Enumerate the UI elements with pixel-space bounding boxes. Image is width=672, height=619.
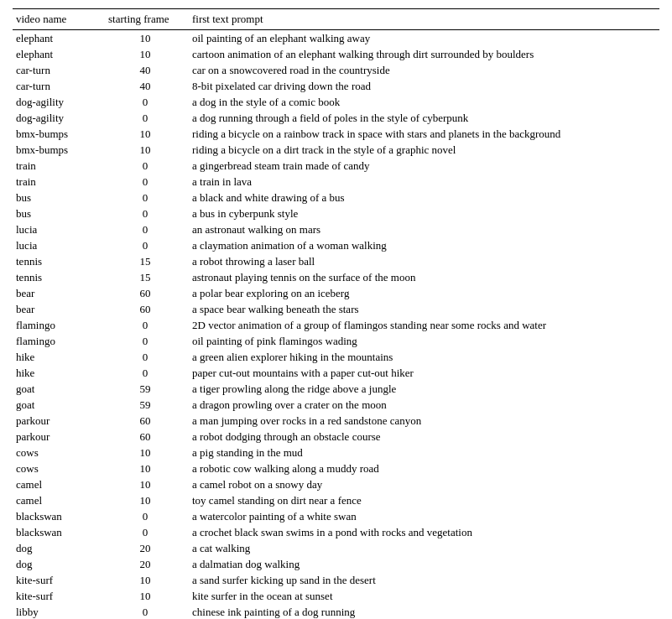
cell-video-name: parkour (13, 429, 105, 445)
table-row: parkour60a man jumping over rocks in a r… (13, 413, 659, 429)
cell-video-name: bmx-bumps (13, 126, 105, 142)
cell-prompt: a claymation animation of a woman walkin… (189, 237, 659, 253)
cell-video-name: cows (13, 445, 105, 460)
cell-video-name: hike (13, 349, 105, 365)
table-row: car-turn40car on a snowcovered road in t… (13, 62, 659, 78)
cell-starting-frame: 0 (105, 205, 189, 221)
cell-prompt: chinese ink painting of a dog running (189, 604, 659, 619)
cell-video-name: lucia (13, 237, 105, 253)
cell-prompt: riding a bicycle on a rainbow track in s… (189, 126, 659, 142)
cell-video-name: bus (13, 205, 105, 221)
cell-prompt: a robot throwing a laser ball (189, 253, 659, 269)
cell-prompt: a space bear walking beneath the stars (189, 301, 659, 317)
cell-prompt: a dragon prowling over a crater on the m… (189, 397, 659, 413)
table-row: lucia0a claymation animation of a woman … (13, 237, 659, 253)
cell-starting-frame: 10 (105, 142, 189, 158)
cell-prompt: car on a snowcovered road in the country… (189, 62, 659, 78)
cell-starting-frame: 10 (105, 126, 189, 142)
table-row: train0a train in lava (13, 174, 659, 190)
cell-video-name: dog-agility (13, 94, 105, 110)
cell-starting-frame: 0 (105, 524, 189, 540)
cell-prompt: paper cut-out mountains with a paper cut… (189, 365, 659, 381)
table-row: camel10toy camel standing on dirt near a… (13, 492, 659, 508)
cell-starting-frame: 60 (105, 285, 189, 301)
cell-prompt: astronaut playing tennis on the surface … (189, 269, 659, 285)
cell-starting-frame: 60 (105, 413, 189, 429)
table-row: kite-surf10a sand surfer kicking up sand… (13, 572, 659, 588)
cell-starting-frame: 15 (105, 253, 189, 269)
cell-video-name: elephant (13, 30, 105, 47)
cell-starting-frame: 10 (105, 46, 189, 62)
cell-prompt: 2D vector animation of a group of flamin… (189, 317, 659, 333)
cell-prompt: 8-bit pixelated car driving down the roa… (189, 78, 659, 94)
cell-prompt: oil painting of pink flamingos wading (189, 333, 659, 349)
cell-video-name: kite-surf (13, 572, 105, 588)
table-row: camel10a camel robot on a snowy day (13, 476, 659, 492)
table-row: blackswan0a watercolor painting of a whi… (13, 508, 659, 524)
cell-prompt: a gingerbread steam train made of candy (189, 158, 659, 174)
table-row: bmx-bumps10riding a bicycle on a dirt tr… (13, 142, 659, 158)
table-row: bear60a polar bear exploring on an icebe… (13, 285, 659, 301)
table-row: dog20a dalmatian dog walking (13, 556, 659, 572)
data-table: video name starting frame first text pro… (13, 8, 659, 619)
cell-video-name: car-turn (13, 78, 105, 94)
header-starting-frame: starting frame (105, 9, 189, 30)
cell-prompt: a black and white drawing of a bus (189, 190, 659, 205)
table-header-row: video name starting frame first text pro… (13, 9, 659, 30)
cell-video-name: dog (13, 556, 105, 572)
cell-prompt: a dog in the style of a comic book (189, 94, 659, 110)
cell-video-name: bear (13, 301, 105, 317)
table-row: flamingo0oil painting of pink flamingos … (13, 333, 659, 349)
cell-starting-frame: 10 (105, 492, 189, 508)
cell-prompt: toy camel standing on dirt near a fence (189, 492, 659, 508)
cell-video-name: car-turn (13, 62, 105, 78)
cell-video-name: bmx-bumps (13, 142, 105, 158)
cell-prompt: a sand surfer kicking up sand in the des… (189, 572, 659, 588)
cell-starting-frame: 0 (105, 174, 189, 190)
cell-prompt: a robot dodging through an obstacle cour… (189, 429, 659, 445)
cell-starting-frame: 0 (105, 110, 189, 126)
cell-starting-frame: 0 (105, 94, 189, 110)
cell-starting-frame: 10 (105, 572, 189, 588)
cell-video-name: dog (13, 540, 105, 556)
cell-prompt: a watercolor painting of a white swan (189, 508, 659, 524)
table-row: bus0a black and white drawing of a bus (13, 190, 659, 205)
cell-video-name: lucia (13, 221, 105, 237)
cell-starting-frame: 0 (105, 190, 189, 205)
cell-starting-frame: 0 (105, 221, 189, 237)
cell-video-name: hike (13, 365, 105, 381)
cell-video-name: blackswan (13, 524, 105, 540)
table-row: bus0a bus in cyberpunk style (13, 205, 659, 221)
table-row: parkour60a robot dodging through an obst… (13, 429, 659, 445)
cell-prompt: cartoon animation of an elephant walking… (189, 46, 659, 62)
table-row: train0a gingerbread steam train made of … (13, 158, 659, 174)
table-row: flamingo02D vector animation of a group … (13, 317, 659, 333)
cell-prompt: a green alien explorer hiking in the mou… (189, 349, 659, 365)
cell-starting-frame: 0 (105, 237, 189, 253)
cell-prompt: an astronaut walking on mars (189, 221, 659, 237)
cell-starting-frame: 10 (105, 30, 189, 47)
cell-prompt: a bus in cyberpunk style (189, 205, 659, 221)
cell-starting-frame: 0 (105, 317, 189, 333)
table-row: libby0chinese ink painting of a dog runn… (13, 604, 659, 619)
cell-starting-frame: 0 (105, 349, 189, 365)
cell-video-name: bus (13, 190, 105, 205)
cell-starting-frame: 20 (105, 556, 189, 572)
cell-prompt: a train in lava (189, 174, 659, 190)
cell-video-name: parkour (13, 413, 105, 429)
table-row: dog-agility0a dog running through a fiel… (13, 110, 659, 126)
cell-prompt: riding a bicycle on a dirt track in the … (189, 142, 659, 158)
cell-video-name: tennis (13, 269, 105, 285)
table-row: tennis15astronaut playing tennis on the … (13, 269, 659, 285)
cell-starting-frame: 60 (105, 301, 189, 317)
cell-video-name: camel (13, 492, 105, 508)
cell-starting-frame: 10 (105, 460, 189, 476)
cell-video-name: train (13, 174, 105, 190)
cell-video-name: flamingo (13, 333, 105, 349)
cell-starting-frame: 0 (105, 508, 189, 524)
cell-starting-frame: 10 (105, 476, 189, 492)
cell-video-name: goat (13, 381, 105, 397)
cell-starting-frame: 0 (105, 604, 189, 619)
table-row: dog-agility0a dog in the style of a comi… (13, 94, 659, 110)
cell-prompt: a camel robot on a snowy day (189, 476, 659, 492)
